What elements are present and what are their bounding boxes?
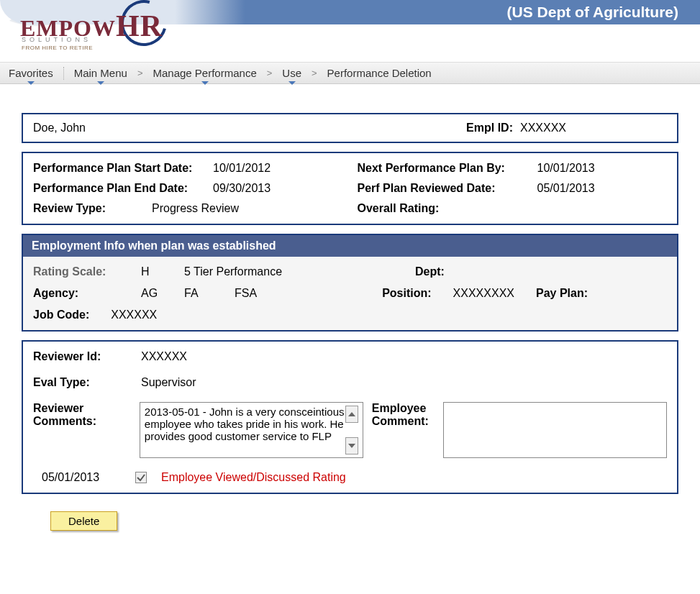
reviewed-date-value: 05/01/2013 bbox=[537, 182, 595, 195]
employee-viewed-checkbox[interactable] bbox=[135, 472, 147, 483]
position-value: XXXXXXXX bbox=[453, 287, 514, 300]
employment-info-panel: Employment Info when plan was establishe… bbox=[22, 234, 678, 332]
employment-info-header: Employment Info when plan was establishe… bbox=[23, 235, 677, 257]
breadcrumb-use[interactable]: Use bbox=[279, 65, 304, 81]
viewed-date: 05/01/2013 bbox=[42, 471, 121, 484]
reviewer-comments-text: 2013-05-01 - John is a very consceintiou… bbox=[145, 406, 345, 454]
employee-viewed-label: Employee Viewed/Discussed Rating bbox=[161, 471, 346, 484]
org-title: (US Dept of Agriculture) bbox=[507, 4, 678, 21]
pay-plan-label: Pay Plan: bbox=[536, 287, 588, 300]
button-row: Delete bbox=[22, 503, 678, 531]
dept-label: Dept: bbox=[415, 265, 458, 278]
chevron-right-icon: > bbox=[267, 68, 273, 78]
reviewed-date-label: Perf Plan Reviewed Date: bbox=[358, 182, 537, 195]
chevron-right-icon: > bbox=[137, 68, 143, 78]
checkmark-icon bbox=[136, 472, 146, 483]
scrollbar bbox=[345, 406, 358, 454]
employee-name: Doe, John bbox=[33, 122, 466, 134]
rating-scale-code: H bbox=[141, 265, 163, 278]
logo-subtitle: SOLUTIONS bbox=[22, 36, 91, 43]
breadcrumb-favorites[interactable]: Favorites bbox=[6, 65, 56, 81]
scroll-down-button[interactable] bbox=[345, 437, 358, 454]
reviewer-comments-box[interactable]: 2013-05-01 - John is a very consceintiou… bbox=[140, 402, 363, 458]
empl-id-label: Empl ID: bbox=[466, 122, 513, 134]
empl-id-value: XXXXXX bbox=[520, 122, 566, 134]
breadcrumb-performance-deletion[interactable]: Performance Deletion bbox=[324, 65, 435, 81]
reviewer-id-label: Reviewer Id: bbox=[33, 350, 141, 363]
position-label: Position: bbox=[382, 287, 431, 300]
eval-type-label: Eval Type: bbox=[33, 376, 141, 389]
breadcrumb-manage-performance[interactable]: Manage Performance bbox=[150, 65, 259, 81]
logo-area: EMPOWHR SOLUTIONS FROM HIRE TO RETIRE bbox=[0, 20, 700, 62]
chevron-up-icon bbox=[347, 411, 356, 418]
agency-code3: FSA bbox=[235, 287, 360, 300]
breadcrumb: Favorites Main Menu > Manage Performance… bbox=[0, 62, 700, 84]
reviewer-panel: Reviewer Id: XXXXXX Eval Type: Superviso… bbox=[22, 340, 678, 494]
plan-end-label: Performance Plan End Date: bbox=[33, 182, 213, 195]
content-area: Doe, John Empl ID: XXXXXX Performance Pl… bbox=[0, 84, 700, 545]
job-code-label: Job Code: bbox=[33, 309, 89, 321]
chevron-right-icon: > bbox=[312, 68, 317, 78]
review-type-value: Progress Review bbox=[152, 202, 239, 215]
rating-scale-label: Rating Scale: bbox=[33, 265, 119, 278]
employee-comment-box[interactable] bbox=[443, 402, 667, 458]
overall-rating-label: Overall Rating: bbox=[358, 202, 537, 215]
agency-label: Agency: bbox=[33, 287, 119, 300]
reviewer-comments-label: Reviewer Comments: bbox=[33, 402, 131, 428]
plan-dates-panel: Performance Plan Start Date: 10/01/2012 … bbox=[22, 152, 678, 225]
plan-start-label: Performance Plan Start Date: bbox=[33, 162, 213, 175]
eval-type-value: Supervisor bbox=[141, 376, 196, 389]
delete-button[interactable]: Delete bbox=[50, 511, 117, 531]
breadcrumb-main-menu[interactable]: Main Menu bbox=[71, 65, 130, 81]
next-plan-label: Next Performance Plan By: bbox=[358, 162, 537, 175]
rating-scale-desc: 5 Tier Performance bbox=[184, 265, 394, 278]
next-plan-value: 10/01/2013 bbox=[537, 162, 595, 175]
plan-end-value: 09/30/2013 bbox=[213, 182, 271, 195]
chevron-down-icon bbox=[347, 442, 356, 449]
breadcrumb-divider bbox=[63, 67, 64, 80]
agency-code2: FA bbox=[184, 287, 213, 300]
reviewer-id-value: XXXXXX bbox=[141, 350, 187, 363]
job-code-value: XXXXXX bbox=[111, 309, 157, 321]
review-type-label: Review Type: bbox=[33, 202, 152, 215]
employee-header-panel: Doe, John Empl ID: XXXXXX bbox=[22, 113, 678, 143]
logo: EMPOWHR SOLUTIONS FROM HIRE TO RETIRE bbox=[20, 16, 171, 66]
agency-code1: AG bbox=[141, 287, 163, 300]
scroll-up-button[interactable] bbox=[345, 406, 358, 423]
employee-comment-label: Employee Comment: bbox=[372, 402, 435, 428]
plan-start-value: 10/01/2012 bbox=[213, 162, 271, 175]
logo-tagline: FROM HIRE TO RETIRE bbox=[22, 45, 93, 51]
